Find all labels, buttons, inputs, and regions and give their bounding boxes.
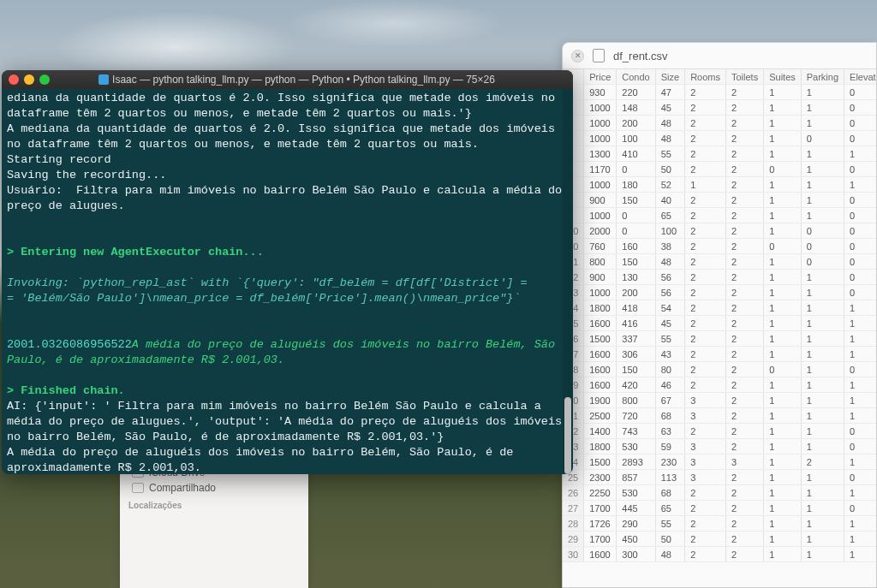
cell[interactable]: 450 — [617, 532, 655, 547]
cell[interactable]: 418 — [617, 300, 655, 316]
cell[interactable]: 1 — [801, 146, 844, 162]
cell[interactable]: 50 — [655, 532, 684, 547]
cell[interactable]: 1 — [764, 223, 802, 239]
cell[interactable]: 1 — [764, 285, 802, 300]
cell[interactable]: 2 — [725, 270, 763, 285]
cell[interactable]: 2 — [685, 208, 726, 223]
cell[interactable]: 2 — [685, 162, 726, 177]
cell[interactable]: 1 — [764, 408, 802, 424]
cell[interactable]: 1 — [764, 131, 802, 146]
table-row[interactable]: 0190080067321110 — [563, 393, 876, 408]
column-header[interactable]: Size — [655, 69, 684, 85]
cell[interactable]: 0 — [844, 362, 876, 377]
cell[interactable]: 2 — [725, 516, 763, 532]
cell[interactable]: 337 — [617, 331, 655, 347]
cell[interactable]: 0 — [844, 239, 876, 254]
cell[interactable]: 1 — [801, 377, 844, 393]
cell[interactable]: 2 — [685, 85, 726, 100]
cell[interactable]: 2 — [725, 377, 763, 393]
cell[interactable]: 1000 — [584, 208, 617, 223]
cell[interactable]: 1 — [764, 485, 802, 501]
cell[interactable]: 1 — [844, 331, 876, 347]
cell[interactable]: 2 — [685, 331, 726, 347]
cell[interactable]: 2 — [725, 470, 763, 485]
cell[interactable]: 0 — [844, 439, 876, 454]
cell[interactable]: 130 — [617, 270, 655, 285]
cell[interactable]: 0 — [764, 362, 802, 377]
cell[interactable]: 1 — [764, 177, 802, 193]
cell[interactable]: 2 — [725, 254, 763, 270]
cell[interactable]: 3 — [685, 408, 726, 424]
cell[interactable]: 43 — [655, 347, 684, 362]
cell[interactable]: 2 — [725, 193, 763, 208]
cell[interactable]: 2 — [725, 424, 763, 439]
cell[interactable]: 2 — [685, 193, 726, 208]
row-index[interactable]: 28 — [563, 516, 584, 532]
cell[interactable]: 1900 — [584, 393, 617, 408]
cell[interactable]: 900 — [584, 270, 617, 285]
cell[interactable]: 1700 — [584, 501, 617, 516]
cell[interactable]: 420 — [617, 377, 655, 393]
cell[interactable]: 220 — [617, 85, 655, 100]
cell[interactable]: 1 — [685, 177, 726, 193]
column-header[interactable]: Condo — [617, 69, 655, 85]
cell[interactable]: 47 — [655, 85, 684, 100]
cell[interactable]: 2 — [725, 362, 763, 377]
cell[interactable]: 3 — [725, 454, 763, 470]
cell[interactable]: 2 — [725, 485, 763, 501]
cell[interactable]: 2 — [685, 485, 726, 501]
cell[interactable]: 0 — [844, 470, 876, 485]
table-row[interactable]: 6150033755221110 — [563, 331, 876, 347]
cell[interactable]: 100 — [655, 223, 684, 239]
cell[interactable]: 1 — [844, 547, 876, 562]
cell[interactable]: 0 — [844, 131, 876, 146]
cell[interactable]: 1 — [801, 316, 844, 331]
cell[interactable]: 530 — [617, 485, 655, 501]
cell[interactable]: 1 — [801, 362, 844, 377]
cell[interactable]: 1600 — [584, 547, 617, 562]
cell[interactable]: 1000 — [584, 131, 617, 146]
cell[interactable]: 1600 — [584, 347, 617, 362]
cell[interactable]: 2 — [725, 208, 763, 223]
cell[interactable]: 1 — [801, 116, 844, 131]
cell[interactable]: 150 — [617, 193, 655, 208]
cell[interactable]: 0 — [801, 239, 844, 254]
cell[interactable]: 1700 — [584, 532, 617, 547]
cell[interactable]: 2 — [725, 393, 763, 408]
cell[interactable]: 1 — [844, 408, 876, 424]
cell[interactable]: 1 — [764, 532, 802, 547]
cell[interactable]: 150 — [617, 254, 655, 270]
cell[interactable]: 2 — [725, 501, 763, 516]
cell[interactable]: 3 — [685, 393, 726, 408]
cell[interactable]: 65 — [655, 501, 684, 516]
cell[interactable]: 1 — [764, 254, 802, 270]
row-index[interactable]: 29 — [563, 532, 584, 547]
cell[interactable]: 1 — [764, 331, 802, 347]
cell[interactable]: 1 — [764, 347, 802, 362]
table-row[interactable]: 100020048221100 — [563, 116, 876, 131]
cell[interactable]: 1 — [764, 208, 802, 223]
cell[interactable]: 38 — [655, 239, 684, 254]
cell[interactable]: 0 — [617, 162, 655, 177]
cell[interactable]: 1 — [801, 439, 844, 454]
cell[interactable]: 1 — [764, 377, 802, 393]
cell[interactable]: 2 — [685, 547, 726, 562]
cell[interactable]: 2 — [685, 501, 726, 516]
table-row[interactable]: 180015048221000 — [563, 254, 876, 270]
table-row[interactable]: 3180053059321100 — [563, 439, 876, 454]
cell[interactable]: 59 — [655, 439, 684, 454]
cell[interactable]: 55 — [655, 331, 684, 347]
cell[interactable]: 2 — [685, 300, 726, 316]
cell[interactable]: 150 — [617, 362, 655, 377]
cell[interactable]: 1 — [844, 485, 876, 501]
cell[interactable]: 2 — [685, 316, 726, 331]
cell[interactable]: 1 — [764, 116, 802, 131]
cell[interactable]: 80 — [655, 362, 684, 377]
cell[interactable]: 0 — [617, 223, 655, 239]
terminal-output[interactable]: ediana da quantidade de quartos é 2.0. I… — [2, 89, 573, 474]
cell[interactable]: 1 — [764, 270, 802, 285]
cell[interactable]: 1 — [844, 177, 876, 193]
cell[interactable]: 1 — [801, 408, 844, 424]
table-row[interactable]: 7160030643221110 — [563, 347, 876, 362]
cell[interactable]: 1 — [844, 300, 876, 316]
